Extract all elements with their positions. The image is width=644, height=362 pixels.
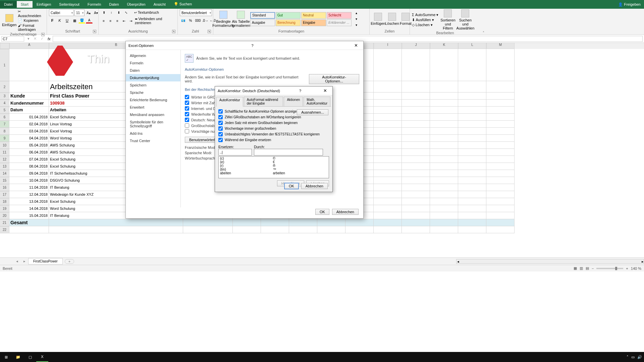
format-table-button[interactable]: Als Tabelle formatieren — [233, 11, 249, 27]
select-all-corner[interactable] — [0, 43, 9, 49]
align-bot[interactable]: ⬇ — [115, 9, 122, 15]
copy-button[interactable]: 📄 Kopieren — [18, 18, 45, 23]
cell[interactable] — [458, 81, 486, 93]
cell[interactable] — [486, 128, 515, 135]
cell[interactable] — [374, 128, 402, 135]
row-head[interactable]: 16 — [0, 184, 9, 191]
cell[interactable] — [430, 198, 458, 205]
cell[interactable]: 12.04.2018 — [9, 191, 49, 198]
clear-button[interactable]: ◇ Löschen ▾ — [412, 23, 438, 27]
cell[interactable] — [374, 212, 402, 219]
autocorrect-titlebar[interactable]: AutoKorrektur: Deutsch (Deutschland) ? ✕ — [215, 86, 332, 95]
cell[interactable] — [486, 135, 515, 142]
tray-up-icon[interactable]: ˄ — [627, 355, 629, 359]
cell[interactable] — [486, 212, 515, 219]
row-head[interactable]: 9 — [0, 135, 9, 142]
find-select-button[interactable]: Suchen und Auswählen — [457, 9, 473, 30]
cell[interactable] — [374, 114, 402, 121]
tab-review[interactable]: Überprüfen — [123, 1, 150, 8]
cell[interactable] — [430, 121, 458, 128]
fill-color-button[interactable]: 🪣 — [78, 17, 85, 23]
cell[interactable] — [430, 128, 458, 135]
row-head[interactable]: 6 — [0, 114, 9, 121]
options-titlebar[interactable]: Excel-Optionen ? ✕ — [126, 41, 363, 50]
cell[interactable] — [458, 149, 486, 156]
cell[interactable] — [486, 114, 515, 121]
cell[interactable] — [486, 184, 515, 191]
with-input[interactable] — [254, 149, 323, 156]
cell[interactable] — [402, 121, 430, 128]
cell[interactable] — [430, 205, 458, 212]
cell[interactable] — [458, 128, 486, 135]
cell[interactable] — [233, 226, 261, 233]
cell[interactable] — [430, 163, 458, 170]
list-item[interactable]: (r)® — [219, 164, 329, 168]
font-size-combo[interactable]: 11 — [74, 9, 85, 16]
view-pagebreak[interactable]: ▤ — [586, 266, 589, 270]
cell[interactable] — [374, 205, 402, 212]
font-launcher[interactable]: ⬊ — [93, 30, 96, 33]
cell[interactable] — [458, 135, 486, 142]
cell[interactable] — [402, 114, 430, 121]
zoom-level[interactable]: 140 % — [631, 266, 641, 270]
cell[interactable] — [183, 219, 233, 226]
cell[interactable] — [233, 219, 261, 226]
tab-layout[interactable]: Seitenlayout — [55, 1, 84, 8]
subtab-autoformat[interactable]: AutoFormat während der Eingabe — [244, 97, 283, 106]
cell[interactable] — [458, 156, 486, 163]
row-head[interactable]: 2 — [0, 81, 9, 93]
row-head[interactable]: 4 — [0, 100, 9, 107]
autocorrect-option[interactable]: Jeden Satz mit einem Großbuchstaben begi… — [218, 120, 329, 126]
align-right[interactable]: ≡ — [114, 18, 120, 24]
cell[interactable] — [458, 100, 486, 107]
fill-button[interactable]: ⬇ Ausfüllen ▾ — [412, 18, 438, 22]
cell[interactable] — [374, 191, 402, 198]
cell[interactable] — [486, 49, 515, 81]
options-nav-item[interactable]: Symbolleiste für den Schnellzugriff — [126, 118, 180, 130]
sheet-tab[interactable]: FirstClassPower — [28, 258, 63, 264]
cell[interactable] — [402, 191, 430, 198]
cell[interactable]: 05.04.2018 — [9, 142, 49, 149]
style-schlecht[interactable]: Schlecht — [327, 12, 352, 19]
tray-net-icon[interactable]: ▭ — [631, 355, 635, 359]
cell[interactable] — [430, 226, 458, 233]
cell[interactable]: 02.04.2018 — [9, 121, 49, 128]
cell[interactable] — [317, 226, 345, 233]
shrink-font[interactable]: A▾ — [93, 10, 99, 16]
cell[interactable] — [9, 81, 49, 93]
cell[interactable] — [402, 81, 430, 93]
new-sheet-button[interactable]: + — [65, 259, 74, 264]
styles-down[interactable]: ▾ — [353, 16, 360, 22]
cell[interactable] — [402, 170, 430, 177]
tab-data[interactable]: Daten — [105, 1, 123, 8]
cell[interactable] — [345, 219, 374, 226]
cell[interactable] — [374, 219, 402, 226]
styles-up[interactable]: ▴ — [353, 10, 360, 16]
autocorrect-option[interactable]: Unbeabsichtigtes Verwenden der fESTSTELL… — [218, 131, 329, 137]
row-head[interactable]: 19 — [0, 205, 9, 212]
list-item[interactable]: (c)© — [219, 157, 329, 160]
cell[interactable] — [402, 184, 430, 191]
cell[interactable]: 13.04.2018 — [9, 198, 49, 205]
row-head[interactable]: 11 — [0, 149, 9, 156]
view-normal[interactable]: ▦ — [574, 266, 577, 270]
cell[interactable]: 03.04.2018 — [9, 128, 49, 135]
cell[interactable] — [374, 149, 402, 156]
row-head[interactable]: 10 — [0, 142, 9, 149]
cell[interactable] — [486, 142, 515, 149]
border-button[interactable]: ▦ — [71, 17, 78, 23]
autosum-button[interactable]: Σ AutoSumme ▾ — [412, 13, 438, 17]
cell[interactable]: 14.04.2018 — [9, 205, 49, 212]
merge-button[interactable]: ⬌ Verbinden und zentrieren — [135, 17, 175, 25]
hscroll-right[interactable]: ▸ — [642, 259, 644, 263]
cell[interactable] — [289, 226, 317, 233]
cell[interactable] — [374, 184, 402, 191]
cell[interactable]: 08.04.2018 — [9, 163, 49, 170]
delete-cells-button[interactable]: Löschen — [386, 13, 398, 25]
cell[interactable] — [345, 226, 374, 233]
autocorrect-ok-button[interactable]: OK — [284, 183, 299, 189]
cell[interactable] — [402, 128, 430, 135]
cell[interactable] — [486, 205, 515, 212]
cell[interactable] — [458, 191, 486, 198]
align-mid[interactable]: ↕ — [108, 9, 115, 15]
